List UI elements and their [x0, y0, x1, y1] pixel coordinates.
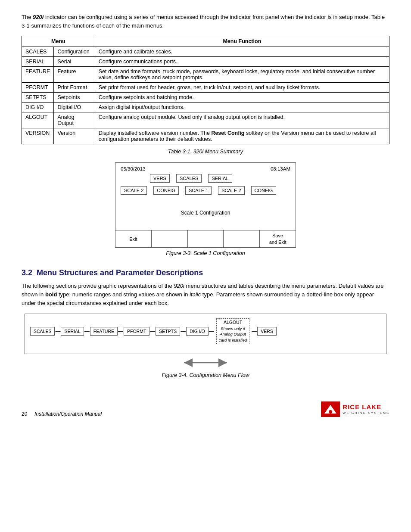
logo-text-block: RICE LAKE WEIGHING SYSTEMS — [342, 404, 389, 415]
flow-arrow-icon: — — [55, 328, 60, 334]
manual-title: Installation/Operation Manual — [34, 411, 102, 417]
flow-arrow-icon: — — [150, 328, 155, 334]
nav-arrow-icon: — — [147, 187, 153, 194]
table-row: PFORMT Print Format Set print format use… — [22, 83, 389, 93]
table-row: SERIAL Serial Configure communications p… — [22, 57, 389, 67]
menu-name: Configuration — [54, 47, 95, 57]
lcd-content-text: Scale 1 Configuration — [181, 210, 230, 216]
svg-point-3 — [329, 410, 332, 414]
table-row: VERSION Version Display installed softwa… — [22, 128, 389, 144]
product-name: 920i — [33, 14, 44, 20]
rice-lake-logo: RICE LAKE WEIGHING SYSTEMS — [321, 401, 389, 417]
lcd-nav-row-2: SCALE 2 — CONFIG — SCALE 1 — SCALE 2 — C… — [115, 185, 296, 196]
menu-code: VERSION — [22, 128, 54, 144]
menu-flow-items: SCALES — SERIAL — FEATURE — PFORMT — SET… — [30, 318, 381, 344]
flow-feature: FEATURE — [90, 327, 118, 336]
menu-code: FEATURE — [22, 67, 54, 83]
figure-34-caption: Figure 3-4. Configuration Menu Flow — [162, 372, 249, 378]
flow-arrow-icon: — — [118, 328, 123, 334]
lcd-date: 05/30/2013 — [121, 166, 146, 171]
flow-arrow-icon: — — [209, 328, 214, 334]
flow-direction-arrow — [180, 357, 231, 369]
figure-34-container: SCALES — SERIAL — FEATURE — PFORMT — SET… — [22, 314, 389, 386]
nav-arrow-icon: — — [245, 187, 251, 194]
section-title: Menu Structures and Parameter Descriptio… — [37, 268, 203, 277]
menu-function: Display installed software version numbe… — [95, 128, 389, 144]
nav-config-2: CONFIG — [251, 186, 277, 195]
menu-function: Set date and time formats, truck mode, p… — [95, 67, 389, 83]
menu-code: ALGOUT — [22, 112, 54, 128]
menu-function: Assign digital input/output functions. — [95, 103, 389, 112]
table-row: ALGOUT Analog Output Configure analog ou… — [22, 112, 389, 128]
lcd-nav-row-1: VERS — SCALES — SERIAL — [115, 173, 296, 184]
flow-vers: VERS — [257, 327, 277, 336]
menu-name: Print Format — [54, 83, 95, 93]
table-header-menu: Menu — [22, 36, 95, 47]
nav-arrow-icon: — — [202, 175, 208, 182]
softkey-save-exit[interactable]: Saveand Exit — [260, 230, 296, 247]
table-header-function: Menu Function — [95, 36, 389, 47]
nav-vers: VERS — [150, 174, 170, 183]
softkey-empty-1 — [152, 230, 188, 247]
menu-name: Version — [54, 128, 95, 144]
flow-algout-dotted: ALGOUT Shown only ifAnalog Outputcard is… — [216, 318, 249, 344]
logo-main-text: RICE LAKE — [342, 404, 389, 411]
page-number: 20 — [22, 411, 27, 417]
menu-name: Serial — [54, 57, 95, 67]
menu-function: Configure analog output module. Used onl… — [95, 112, 389, 128]
menu-table: Menu Menu Function SCALES Configuration … — [22, 36, 389, 144]
menu-function: Configure communications ports. — [95, 57, 389, 67]
flow-arrow-icon: — — [181, 328, 186, 334]
softkey-empty-3 — [224, 230, 260, 247]
menu-function: Configure setpoints and batching mode. — [95, 93, 389, 103]
nav-scale1: SCALE 1 — [185, 186, 212, 195]
footer-left: 20 Installation/Operation Manual — [22, 411, 102, 417]
menu-name: Feature — [54, 67, 95, 83]
flow-algout-label: ALGOUT — [224, 320, 242, 325]
nav-arrow-icon: — — [179, 187, 185, 194]
lcd-time: 08:13AM — [271, 166, 290, 171]
table-row: FEATURE Feature Set date and time format… — [22, 67, 389, 83]
flow-algout-note: Shown only ifAnalog Outputcard is instal… — [219, 326, 247, 342]
softkey-empty-2 — [188, 230, 224, 247]
menu-function: Set print format used for header, gross,… — [95, 83, 389, 93]
menu-code: SCALES — [22, 47, 54, 57]
nav-arrow-icon: — — [170, 175, 176, 182]
lcd-diagram: 05/30/2013 08:13AM VERS — SCALES — SERIA… — [115, 162, 296, 248]
table-caption: Table 3-1. 920i Menu Summary — [22, 149, 389, 155]
flow-serial: SERIAL — [61, 327, 84, 336]
flow-setpts: SETPTS — [156, 327, 180, 336]
lcd-content-area: Scale 1 Configuration — [115, 196, 296, 230]
menu-name: Analog Output — [54, 112, 95, 128]
menu-code: SETPTS — [22, 93, 54, 103]
nav-config-1: CONFIG — [153, 186, 179, 195]
menu-flow-box: SCALES — SERIAL — FEATURE — PFORMT — SET… — [25, 314, 386, 354]
bidirectional-arrow-icon — [180, 357, 231, 369]
logo-sub-text: WEIGHING SYSTEMS — [342, 411, 389, 415]
nav-arrow-icon: — — [212, 187, 218, 194]
nav-scale2-right: SCALE 2 — [218, 186, 244, 195]
flow-pformt: PFORMT — [124, 327, 149, 336]
figure-33-caption: Figure 3-3. Scale 1 Configuration — [166, 250, 245, 256]
figure-33-container: 05/30/2013 08:13AM VERS — SCALES — SERIA… — [22, 162, 389, 264]
nav-scale2-left: SCALE 2 — [121, 186, 147, 195]
menu-function: Configure and calibrate scales. — [95, 47, 389, 57]
softkey-exit[interactable]: Exit — [115, 230, 152, 247]
rice-lake-logo-icon — [321, 401, 340, 417]
section-number: 3.2 — [22, 268, 32, 277]
intro-paragraph: The 920i indicator can be configured usi… — [22, 13, 389, 30]
nav-scales: SCALES — [176, 174, 202, 183]
menu-name: Setpoints — [54, 93, 95, 103]
table-row: SCALES Configuration Configure and calib… — [22, 47, 389, 57]
section-32-heading: 3.2 Menu Structures and Parameter Descri… — [22, 268, 389, 277]
flow-scales: SCALES — [30, 327, 55, 336]
lcd-softkey-row: Exit Saveand Exit — [115, 230, 296, 247]
page-footer: 20 Installation/Operation Manual RICE LA… — [22, 399, 389, 417]
footer-logo: RICE LAKE WEIGHING SYSTEMS — [321, 401, 389, 417]
menu-code: SERIAL — [22, 57, 54, 67]
nav-serial: SERIAL — [208, 174, 232, 183]
menu-code: PFORMT — [22, 83, 54, 93]
lcd-top-bar: 05/30/2013 08:13AM — [115, 163, 296, 173]
menu-name: Digital I/O — [54, 103, 95, 112]
table-row: SETPTS Setpoints Configure setpoints and… — [22, 93, 389, 103]
